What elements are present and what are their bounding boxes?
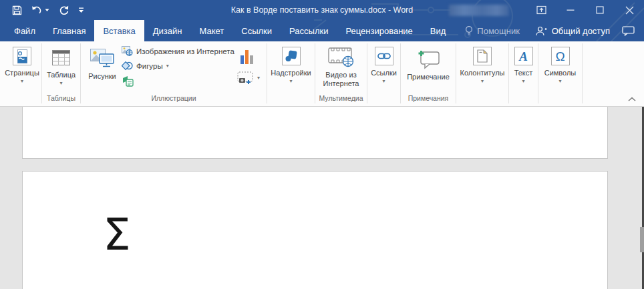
- assistant-label: Помощник: [477, 26, 520, 36]
- text-dropdown-icon: ▾: [522, 79, 524, 84]
- addins-icon: [282, 47, 301, 65]
- comment-bubble-icon: [622, 26, 635, 36]
- shapes-icon: [122, 61, 133, 71]
- new-comment-label: Примечание: [407, 73, 450, 81]
- share-button[interactable]: Общий доступ: [532, 20, 614, 41]
- group-label-media: Мультимедиа: [315, 94, 367, 102]
- tab-review[interactable]: Рецензирование: [337, 20, 421, 41]
- group-comments: Примечание Примечания: [401, 43, 456, 103]
- tab-file[interactable]: Файл: [5, 20, 44, 41]
- screenshot-button[interactable]: ▾: [237, 71, 260, 85]
- table-button[interactable]: Таблица ▾: [42, 43, 80, 86]
- online-pictures-label: Изображения из Интернета: [136, 47, 234, 55]
- ribbon: Страницы ▾ Таблица ▾ Таблицы: [0, 41, 644, 107]
- symbols-icon: Ω: [551, 47, 570, 65]
- online-pictures-button[interactable]: Изображения из Интернета: [122, 46, 234, 56]
- window-controls: [526, 0, 644, 20]
- minimize-button[interactable]: [556, 0, 585, 20]
- shapes-label: Фигуры: [136, 62, 163, 70]
- save-icon: [12, 5, 22, 15]
- online-pictures-icon: [122, 46, 133, 56]
- tab-home[interactable]: Главная: [44, 20, 94, 41]
- save-button[interactable]: [12, 5, 22, 15]
- pages-label: Страницы: [5, 69, 39, 77]
- header-footer-button[interactable]: Колонтитулы ▾: [456, 43, 508, 84]
- customize-qat-button[interactable]: [78, 7, 84, 13]
- links-button[interactable]: Ссылки ▾: [367, 43, 400, 84]
- online-video-icon: [328, 47, 355, 67]
- addins-label: Надстройки: [271, 69, 311, 77]
- undo-icon: [31, 5, 43, 15]
- document-page-1[interactable]: [22, 107, 608, 159]
- customize-qat-icon: [78, 7, 84, 13]
- online-video-button[interactable]: Видео из Интернета: [315, 43, 367, 87]
- collapse-ribbon-button[interactable]: [628, 93, 636, 103]
- group-media: Видео из Интернета Мультимедиа: [315, 43, 367, 103]
- group-addins: Надстройки ▾: [267, 43, 315, 103]
- pages-dropdown-icon: ▾: [21, 79, 23, 84]
- header-footer-label: Колонтитулы: [460, 69, 505, 77]
- share-person-icon: [536, 26, 547, 36]
- tab-mailings[interactable]: Рассылки: [281, 20, 337, 41]
- addins-dropdown-icon: ▾: [289, 79, 292, 84]
- undo-button[interactable]: [31, 5, 49, 15]
- new-comment-icon: [416, 47, 440, 69]
- group-pages: Страницы ▾: [3, 43, 42, 103]
- maximize-button[interactable]: [585, 0, 615, 20]
- links-icon: [375, 47, 393, 65]
- links-label: Ссылки: [371, 69, 397, 77]
- tab-references[interactable]: Ссылки: [232, 20, 281, 41]
- chart-button[interactable]: [240, 47, 254, 65]
- pictures-label: Рисунки: [88, 72, 116, 80]
- undo-dropdown-icon: [45, 9, 49, 12]
- group-text: A Текст ▾: [509, 43, 538, 103]
- tab-view[interactable]: Вид: [422, 20, 455, 41]
- table-icon: [52, 47, 70, 67]
- text-button[interactable]: A Текст ▾: [509, 43, 538, 84]
- group-label-illustrations: Иллюстрации: [81, 94, 267, 102]
- online-video-label-line2: Интернета: [323, 79, 359, 87]
- tab-insert[interactable]: Вставка: [94, 20, 144, 41]
- lightbulb-icon: [465, 25, 473, 36]
- text-label: Текст: [514, 69, 533, 77]
- new-comment-button[interactable]: Примечание: [401, 43, 456, 81]
- smartart-icon: [122, 75, 134, 87]
- ribbon-tab-bar: Файл Главная Вставка Дизайн Макет Ссылки…: [0, 20, 644, 41]
- smartart-button[interactable]: [122, 75, 134, 87]
- group-illustrations: Рисунки Изображения из Интернета Фигуры: [81, 43, 267, 103]
- comments-pane-button[interactable]: [614, 20, 644, 41]
- redo-button[interactable]: [59, 5, 69, 15]
- online-video-label-line1: Видео из: [325, 71, 356, 79]
- redacted-account-name: [449, 5, 509, 16]
- sum-symbol: Σ: [103, 213, 131, 257]
- text-icon: A: [514, 47, 533, 65]
- assistant-tellme[interactable]: Помощник: [458, 20, 526, 41]
- share-label: Общий доступ: [552, 26, 610, 36]
- symbols-dropdown-icon: ▾: [558, 79, 561, 84]
- symbols-button[interactable]: Ω Символы ▾: [538, 43, 582, 84]
- pages-icon: [13, 47, 31, 65]
- word-window: Как в Ворде поставить знак суммы.docx - …: [0, 0, 644, 289]
- shapes-button[interactable]: Фигуры ▾: [122, 61, 169, 71]
- quick-access-toolbar: [12, 0, 84, 20]
- group-symbols: Ω Символы ▾: [538, 43, 583, 103]
- minimize-icon: [567, 6, 575, 14]
- document-page-2[interactable]: Σ: [22, 171, 608, 289]
- pages-button[interactable]: Страницы ▾: [3, 43, 41, 84]
- close-button[interactable]: [615, 0, 644, 20]
- tab-layout[interactable]: Макет: [190, 20, 232, 41]
- close-icon: [625, 6, 634, 15]
- group-tables: Таблица ▾ Таблицы: [42, 43, 81, 103]
- titlebar: Как в Ворде поставить знак суммы.docx - …: [0, 0, 644, 20]
- chart-icon: [240, 47, 254, 65]
- screenshot-icon: [237, 71, 254, 85]
- vertical-scrollbar-thumb[interactable]: [640, 227, 644, 252]
- tab-design[interactable]: Дизайн: [144, 20, 191, 41]
- pictures-button[interactable]: Рисунки: [84, 43, 121, 80]
- group-header-footer: Колонтитулы ▾: [456, 43, 509, 103]
- maximize-icon: [596, 6, 604, 14]
- collapse-ribbon-icon: [628, 97, 636, 101]
- group-label-comments: Примечания: [401, 94, 456, 102]
- addins-button[interactable]: Надстройки ▾: [267, 43, 315, 84]
- ribbon-display-options-button[interactable]: [526, 0, 556, 20]
